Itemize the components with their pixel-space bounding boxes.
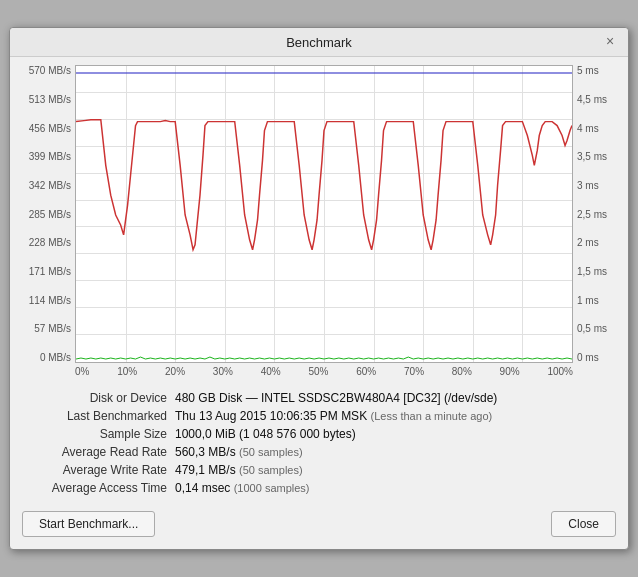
x-label: 90%: [500, 366, 520, 377]
write-rate-label: Average Write Rate: [20, 463, 175, 477]
y-left-label: 285 MB/s: [20, 209, 71, 220]
y-left-label: 342 MB/s: [20, 180, 71, 191]
write-rate-value: 479,1 MB/s (50 samples): [175, 463, 303, 477]
y-right-label: 4,5 ms: [577, 94, 618, 105]
info-row-write-rate: Average Write Rate 479,1 MB/s (50 sample…: [20, 461, 618, 479]
x-label: 60%: [356, 366, 376, 377]
x-label: 20%: [165, 366, 185, 377]
y-left-label: 114 MB/s: [20, 295, 71, 306]
info-row-disk: Disk or Device 480 GB Disk — INTEL SSDSC…: [20, 389, 618, 407]
y-right-label: 0 ms: [577, 352, 618, 363]
y-left-label: 456 MB/s: [20, 123, 71, 134]
benchmarked-label: Last Benchmarked: [20, 409, 175, 423]
benchmark-window: Benchmark × 0 MB/s57 MB/s114 MB/s171 MB/…: [9, 27, 629, 550]
y-left-label: 513 MB/s: [20, 94, 71, 105]
chart-area: [75, 65, 573, 363]
access-label: Average Access Time: [20, 481, 175, 495]
y-axis-right: 0 ms0,5 ms1 ms1,5 ms2 ms2,5 ms3 ms3,5 ms…: [573, 65, 618, 363]
chart-svg: [76, 66, 572, 362]
title-bar: Benchmark ×: [10, 28, 628, 57]
x-label: 0%: [75, 366, 89, 377]
start-benchmark-button[interactable]: Start Benchmark...: [22, 511, 155, 537]
x-label: 100%: [547, 366, 573, 377]
info-row-access: Average Access Time 0,14 msec (1000 samp…: [20, 479, 618, 497]
y-right-label: 3 ms: [577, 180, 618, 191]
y-left-label: 399 MB/s: [20, 151, 71, 162]
info-row-read-rate: Average Read Rate 560,3 MB/s (50 samples…: [20, 443, 618, 461]
x-label: 40%: [261, 366, 281, 377]
button-row: Start Benchmark... Close: [10, 501, 628, 549]
disk-value: 480 GB Disk — INTEL SSDSC2BW480A4 [DC32]…: [175, 391, 497, 405]
close-icon[interactable]: ×: [602, 34, 618, 50]
y-right-label: 2 ms: [577, 237, 618, 248]
x-label: 50%: [308, 366, 328, 377]
y-right-label: 4 ms: [577, 123, 618, 134]
y-right-label: 3,5 ms: [577, 151, 618, 162]
y-left-label: 570 MB/s: [20, 65, 71, 76]
info-row-sample: Sample Size 1000,0 MiB (1 048 576 000 by…: [20, 425, 618, 443]
y-right-label: 1,5 ms: [577, 266, 618, 277]
x-label: 30%: [213, 366, 233, 377]
window-title: Benchmark: [36, 35, 602, 50]
info-row-benchmarked: Last Benchmarked Thu 13 Aug 2015 10:06:3…: [20, 407, 618, 425]
read-rate-label: Average Read Rate: [20, 445, 175, 459]
info-table: Disk or Device 480 GB Disk — INTEL SSDSC…: [20, 389, 618, 497]
y-right-label: 0,5 ms: [577, 323, 618, 334]
x-label: 70%: [404, 366, 424, 377]
x-label: 10%: [117, 366, 137, 377]
sample-label: Sample Size: [20, 427, 175, 441]
y-right-label: 5 ms: [577, 65, 618, 76]
x-axis: 0%10%20%30%40%50%60%70%80%90%100%: [75, 363, 573, 385]
y-left-label: 0 MB/s: [20, 352, 71, 363]
y-left-label: 171 MB/s: [20, 266, 71, 277]
y-right-label: 2,5 ms: [577, 209, 618, 220]
y-left-label: 57 MB/s: [20, 323, 71, 334]
y-left-label: 228 MB/s: [20, 237, 71, 248]
disk-label: Disk or Device: [20, 391, 175, 405]
benchmarked-value: Thu 13 Aug 2015 10:06:35 PM MSK (Less th…: [175, 409, 492, 423]
y-axis-left: 0 MB/s57 MB/s114 MB/s171 MB/s228 MB/s285…: [20, 65, 75, 363]
chart-container: 0 MB/s57 MB/s114 MB/s171 MB/s228 MB/s285…: [20, 65, 618, 385]
x-label: 80%: [452, 366, 472, 377]
y-right-label: 1 ms: [577, 295, 618, 306]
read-rate-value: 560,3 MB/s (50 samples): [175, 445, 303, 459]
access-value: 0,14 msec (1000 samples): [175, 481, 310, 495]
close-button[interactable]: Close: [551, 511, 616, 537]
sample-value: 1000,0 MiB (1 048 576 000 bytes): [175, 427, 356, 441]
